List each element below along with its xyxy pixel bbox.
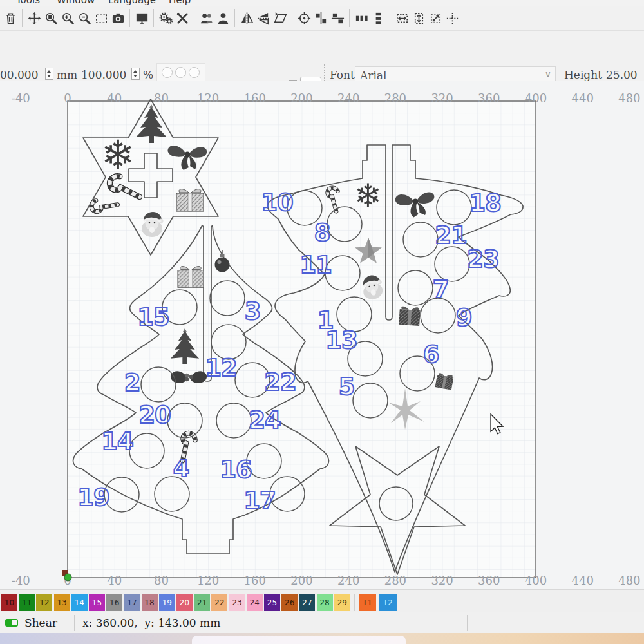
target-icon[interactable]	[296, 9, 312, 27]
toolbar-separator	[22, 9, 23, 27]
color-swatch-17[interactable]: 17	[124, 594, 140, 611]
svg-text:360: 360	[478, 91, 500, 105]
anchor-point[interactable]	[175, 67, 186, 78]
color-swatch-13[interactable]: 13	[54, 594, 70, 611]
advent-number-16[interactable]: 16	[220, 456, 252, 484]
menu-item-window[interactable]: Window	[57, 0, 95, 6]
advent-number-10[interactable]: 10	[261, 189, 293, 216]
color-swatch-19[interactable]: 19	[159, 594, 175, 611]
color-swatch-25[interactable]: 25	[264, 594, 280, 611]
toolbar-separator	[292, 9, 292, 27]
advent-number-12[interactable]: 12	[205, 354, 237, 382]
align-horizontal-icon[interactable]	[312, 9, 329, 27]
menu-item-tools[interactable]: Tools	[16, 0, 40, 6]
trash-icon[interactable]	[2, 9, 19, 27]
font-label: Font	[330, 68, 355, 81]
color-swatch-T2[interactable]: T2	[379, 594, 397, 611]
x-position-field[interactable]: 00.000	[0, 68, 38, 81]
marquee-icon[interactable]	[93, 9, 109, 27]
mirror-vertical-icon[interactable]	[255, 9, 272, 27]
advent-number-4[interactable]: 4	[173, 455, 189, 482]
same-size-icon[interactable]	[427, 9, 444, 27]
advent-number-13[interactable]: 13	[325, 327, 357, 354]
color-swatch-T1[interactable]: T1	[359, 594, 376, 611]
x-position-spinner[interactable]	[45, 68, 53, 80]
advent-number-23[interactable]: 23	[467, 245, 499, 273]
skew-icon[interactable]	[272, 9, 289, 27]
svg-text:80: 80	[154, 91, 169, 105]
color-swatch-14[interactable]: 14	[71, 594, 88, 611]
advent-number-19[interactable]: 19	[77, 484, 109, 511]
width-percent-field[interactable]: 100.000	[81, 68, 126, 81]
page-grid	[68, 101, 536, 578]
advent-number-17[interactable]: 17	[243, 487, 276, 515]
color-swatch-21[interactable]: 21	[194, 594, 210, 611]
svg-text:320: 320	[431, 574, 453, 587]
design-canvas[interactable]: -4004080120160200240280320360400440480 -…	[0, 80, 644, 589]
height-value-field[interactable]: 25.00	[606, 68, 638, 81]
users-icon[interactable]	[198, 9, 214, 27]
camera-icon[interactable]	[109, 9, 126, 27]
anchor-point[interactable]	[189, 67, 200, 78]
gears-icon[interactable]	[157, 9, 174, 27]
color-swatch-10[interactable]: 10	[1, 594, 17, 611]
same-width-icon[interactable]	[393, 9, 410, 27]
toolbar-separator	[349, 9, 350, 27]
advent-number-3[interactable]: 3	[245, 298, 261, 325]
color-swatch-23[interactable]: 23	[229, 594, 245, 611]
color-swatch-28[interactable]: 28	[317, 594, 333, 611]
advent-number-14[interactable]: 14	[101, 428, 133, 455]
user-icon[interactable]	[214, 9, 231, 27]
color-swatch-12[interactable]: 12	[36, 594, 52, 611]
advent-number-2[interactable]: 2	[124, 369, 140, 397]
anchor-point[interactable]	[162, 67, 173, 78]
color-swatch-16[interactable]: 16	[106, 594, 122, 611]
advent-number-5[interactable]: 5	[339, 373, 355, 401]
snowflake-clipart[interactable]: ❄	[354, 177, 381, 214]
color-swatch-27[interactable]: 27	[299, 594, 315, 611]
color-swatch-24[interactable]: 24	[247, 594, 263, 611]
distribute-vertical-icon[interactable]	[370, 9, 386, 27]
color-swatch-22[interactable]: 22	[211, 594, 227, 611]
shear-toggle-icon[interactable]	[5, 619, 18, 627]
palette-separator	[354, 594, 355, 611]
advent-number-21[interactable]: 21	[435, 222, 467, 249]
advent-number-11[interactable]: 11	[299, 251, 332, 279]
tools-icon[interactable]	[174, 9, 191, 27]
distribute-horizontal-icon[interactable]	[353, 9, 370, 27]
snowflake-clipart[interactable]: ❄	[101, 131, 135, 178]
same-height-icon[interactable]	[410, 9, 427, 27]
color-swatch-26[interactable]: 26	[281, 594, 298, 611]
advent-number-7[interactable]: 7	[433, 276, 449, 303]
svg-text:120: 120	[197, 574, 219, 587]
monitor-icon[interactable]	[133, 9, 150, 27]
width-percent-spinner[interactable]	[131, 68, 140, 80]
advent-number-22[interactable]: 22	[264, 368, 296, 396]
color-swatch-11[interactable]: 11	[19, 594, 35, 611]
color-swatch-15[interactable]: 15	[89, 594, 105, 611]
svg-text:320: 320	[431, 91, 453, 105]
advent-number-18[interactable]: 18	[469, 189, 501, 217]
advent-number-20[interactable]: 20	[138, 401, 171, 429]
width-percent-unit: %	[143, 68, 153, 81]
svg-text:480: 480	[618, 574, 640, 587]
color-swatch-20[interactable]: 20	[176, 594, 193, 611]
menu-item-help[interactable]: Help	[169, 0, 191, 6]
zoom-in-icon[interactable]	[59, 9, 76, 27]
color-swatch-29[interactable]: 29	[334, 594, 350, 611]
menu-item-language[interactable]: Language	[108, 0, 156, 6]
flip-horizontal-icon[interactable]	[238, 9, 255, 27]
advent-number-9[interactable]: 9	[456, 304, 472, 332]
color-swatch-18[interactable]: 18	[142, 594, 158, 611]
zoom-out-icon[interactable]	[76, 9, 93, 27]
advent-number-24[interactable]: 24	[249, 406, 281, 434]
align-vertical-icon[interactable]	[329, 9, 346, 27]
nudge-icon[interactable]	[444, 9, 460, 27]
svg-text:280: 280	[384, 574, 406, 587]
advent-number-8[interactable]: 8	[314, 219, 330, 247]
svg-text:440: 440	[572, 91, 594, 105]
zoom-doc-icon[interactable]	[43, 9, 59, 27]
advent-number-6[interactable]: 6	[423, 341, 439, 368]
advent-number-15[interactable]: 15	[137, 303, 169, 331]
move-icon[interactable]	[26, 9, 43, 27]
